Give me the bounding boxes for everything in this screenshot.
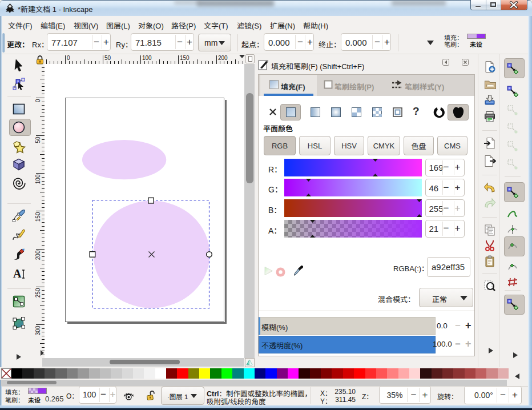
svg-text:50: 50 <box>35 136 41 143</box>
svg-text:100: 100 <box>35 174 41 184</box>
svg-text:A: A <box>13 267 22 280</box>
svg-text:150: 150 <box>180 55 190 61</box>
svg-text:0: 0 <box>35 99 41 102</box>
svg-text:100: 100 <box>142 55 152 61</box>
svg-text:250: 250 <box>35 288 41 298</box>
svg-text:200: 200 <box>218 55 228 61</box>
svg-text:50: 50 <box>104 55 111 61</box>
svg-text:200: 200 <box>35 250 41 260</box>
svg-text:0: 0 <box>67 55 70 61</box>
svg-text:150: 150 <box>35 212 41 222</box>
svg-text:300: 300 <box>35 325 41 335</box>
